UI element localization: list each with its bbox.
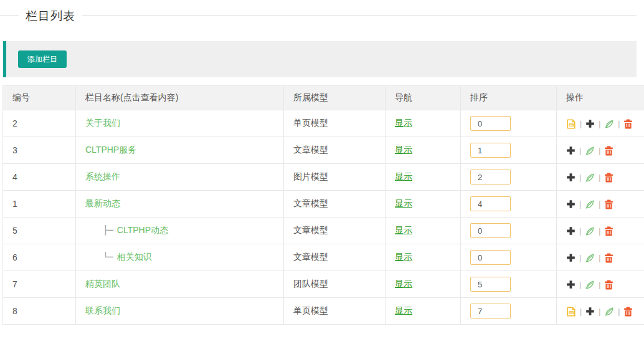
icon-separator: | <box>599 280 600 289</box>
column-name-link[interactable]: 精英团队 <box>85 279 120 289</box>
column-list-table-wrap: 编号 栏目名称(点击查看内容) 所属模型 导航 排序 操作 2 关于我们 单页模… <box>2 85 637 325</box>
trash-icon[interactable] <box>604 146 613 156</box>
row-name-cell: └─相关知识 <box>76 244 284 271</box>
table-row: 8 联系我们 单页模型 显示 | | | <box>3 298 644 325</box>
document-icon[interactable] <box>566 119 576 129</box>
row-name-cell: 最新动态 <box>76 191 284 218</box>
row-actions-cell: | | <box>557 137 644 164</box>
row-model: 图片模型 <box>284 164 386 191</box>
nav-show-link[interactable]: 显示 <box>395 171 412 181</box>
tree-branch-glyph: └─ <box>103 252 113 262</box>
pencil-icon[interactable] <box>585 280 595 290</box>
row-model: 单页模型 <box>284 110 386 137</box>
trash-icon[interactable] <box>604 280 613 290</box>
icon-separator: | <box>579 227 581 236</box>
row-actions-cell: | | <box>557 244 644 271</box>
table-header-row: 编号 栏目名称(点击查看内容) 所属模型 导航 排序 操作 <box>3 86 644 110</box>
pencil-icon[interactable] <box>585 173 595 183</box>
plus-icon[interactable] <box>585 119 595 128</box>
icon-separator: | <box>579 254 581 262</box>
plus-icon[interactable] <box>566 146 575 155</box>
nav-show-link[interactable]: 显示 <box>395 145 412 155</box>
column-name-link[interactable]: 相关知识 <box>117 252 152 262</box>
icon-separator: | <box>599 254 600 262</box>
plus-icon[interactable] <box>566 173 575 182</box>
row-sort-cell <box>461 244 557 271</box>
plus-icon[interactable] <box>566 226 575 236</box>
nav-show-link[interactable]: 显示 <box>395 225 412 235</box>
row-model: 文章模型 <box>284 218 386 244</box>
row-name-cell: 精英团队 <box>76 271 284 298</box>
sort-input[interactable] <box>470 196 511 211</box>
row-actions-cell: | | <box>557 218 644 244</box>
icon-separator: | <box>580 307 582 316</box>
pencil-icon[interactable] <box>585 253 595 263</box>
row-nav-cell: 显示 <box>386 244 461 271</box>
column-name-link[interactable]: 最新动态 <box>85 198 120 208</box>
row-model: 文章模型 <box>284 191 386 218</box>
row-name-cell: 关于我们 <box>76 110 284 137</box>
trash-icon[interactable] <box>604 173 613 183</box>
row-id: 2 <box>3 110 76 137</box>
row-actions-cell: | | | <box>557 298 644 325</box>
plus-icon[interactable] <box>566 199 575 209</box>
nav-show-link[interactable]: 显示 <box>395 118 412 128</box>
row-sort-cell <box>461 137 557 164</box>
row-name-cell: 联系我们 <box>76 298 284 325</box>
icon-separator: | <box>579 146 581 155</box>
plus-icon[interactable] <box>585 307 595 316</box>
pencil-icon[interactable] <box>604 119 614 129</box>
row-actions-cell: | | | <box>557 110 644 137</box>
header-actions: 操作 <box>557 86 644 110</box>
sort-input[interactable] <box>470 170 511 184</box>
tree-branch-glyph: ├─ <box>103 225 113 235</box>
row-actions-cell: | | <box>557 271 644 298</box>
sort-input[interactable] <box>470 223 511 238</box>
trash-icon[interactable] <box>623 119 633 129</box>
sort-input[interactable] <box>470 143 511 158</box>
row-nav-cell: 显示 <box>386 164 461 191</box>
page-title: 栏目列表 <box>19 8 82 24</box>
pencil-icon[interactable] <box>585 146 595 156</box>
row-name-cell: 系统操作 <box>76 164 284 191</box>
nav-show-link[interactable]: 显示 <box>395 252 412 262</box>
column-name-link[interactable]: CLTPHP动态 <box>117 225 168 235</box>
sort-input[interactable] <box>470 304 511 318</box>
pencil-icon[interactable] <box>585 199 595 209</box>
table-row: 1 最新动态 文章模型 显示 | | <box>3 191 644 218</box>
column-name-link[interactable]: 关于我们 <box>85 118 120 128</box>
sort-input[interactable] <box>470 116 511 131</box>
column-name-link[interactable]: 系统操作 <box>85 171 120 181</box>
column-name-link[interactable]: 联系我们 <box>85 305 120 315</box>
icon-separator: | <box>579 173 581 182</box>
table-row: 2 关于我们 单页模型 显示 | | | <box>3 110 644 137</box>
trash-icon[interactable] <box>604 199 613 209</box>
row-nav-cell: 显示 <box>386 137 461 164</box>
icon-separator: | <box>599 307 600 316</box>
plus-icon[interactable] <box>566 280 575 289</box>
sort-input[interactable] <box>470 277 511 292</box>
sort-input[interactable] <box>470 250 511 265</box>
row-id: 5 <box>3 218 76 244</box>
row-name-cell: CLTPHP服务 <box>76 137 284 164</box>
row-nav-cell: 显示 <box>386 110 461 137</box>
table-row: 6 └─相关知识 文章模型 显示 | | <box>3 244 644 271</box>
column-name-link[interactable]: CLTPHP服务 <box>85 145 136 155</box>
header-id: 编号 <box>3 86 76 110</box>
header-sort: 排序 <box>461 86 557 110</box>
header-nav: 导航 <box>386 86 461 110</box>
pencil-icon[interactable] <box>585 226 595 236</box>
trash-icon[interactable] <box>604 253 613 263</box>
nav-show-link[interactable]: 显示 <box>395 198 412 208</box>
pencil-icon[interactable] <box>604 307 614 317</box>
add-column-button[interactable]: 添加栏目 <box>18 50 67 68</box>
table-row: 3 CLTPHP服务 文章模型 显示 | | <box>3 137 644 164</box>
trash-icon[interactable] <box>623 307 633 317</box>
nav-show-link[interactable]: 显示 <box>395 279 412 289</box>
document-icon[interactable] <box>566 307 576 317</box>
row-id: 4 <box>3 164 76 191</box>
nav-show-link[interactable]: 显示 <box>395 305 412 315</box>
row-sort-cell <box>461 271 557 298</box>
plus-icon[interactable] <box>566 253 575 262</box>
trash-icon[interactable] <box>604 226 613 236</box>
